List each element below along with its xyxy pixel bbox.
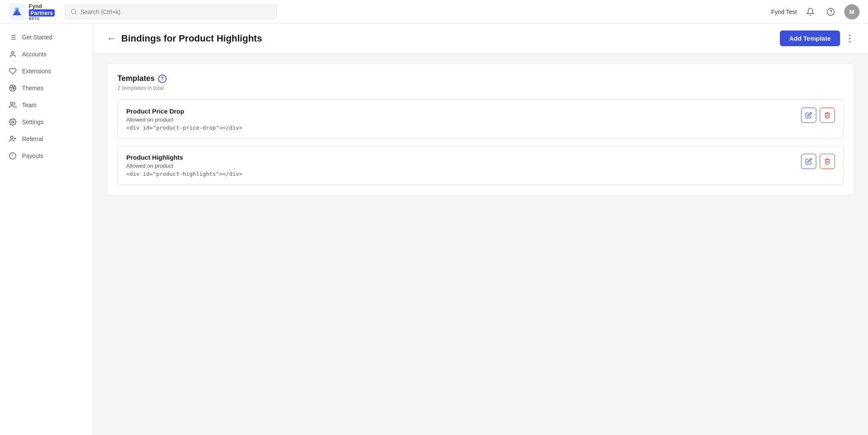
edit-template-button[interactable]: [801, 154, 816, 169]
svg-point-18: [11, 136, 13, 139]
header-right: Add Template ⋮: [780, 30, 854, 46]
content-area: ← Bindings for Product Highlights Add Te…: [93, 24, 868, 435]
edit-icon: [805, 112, 812, 119]
template-code: <div id="product-highlights"></div>: [126, 171, 242, 177]
settings-icon: [8, 118, 17, 126]
logo-area: Fynd Partners BETA: [8, 3, 55, 21]
help-button[interactable]: [824, 5, 837, 19]
bell-icon: [806, 8, 815, 16]
referral-icon: [8, 135, 17, 143]
svg-line-5: [75, 13, 76, 14]
user-name-label: Fynd Test: [771, 8, 797, 15]
nav-right: Fynd Test M: [771, 4, 860, 19]
templates-section: Templates ? 2 templates in total Product…: [107, 64, 854, 196]
section-header: Templates ?: [117, 74, 844, 83]
svg-point-16: [11, 102, 13, 105]
add-template-button[interactable]: Add Template: [780, 30, 840, 46]
sidebar: Get Started Accounts Extensions Themes: [0, 24, 93, 435]
template-allowed: Allowed on product: [126, 163, 242, 169]
sidebar-label-extensions: Extensions: [22, 68, 51, 75]
sidebar-label-settings: Settings: [22, 119, 44, 125]
help-circle-icon: [826, 8, 835, 16]
template-card: Product Price Drop Allowed on product <d…: [117, 100, 844, 139]
sidebar-label-get-started: Get Started: [22, 34, 53, 41]
logo-icon: [8, 3, 25, 20]
sidebar-label-payouts: Payouts: [22, 152, 44, 159]
template-name: Product Highlights: [126, 154, 242, 161]
template-info: Product Highlights Allowed on product <d…: [126, 154, 242, 177]
template-allowed: Allowed on product: [126, 116, 242, 123]
sidebar-item-get-started[interactable]: Get Started: [0, 29, 93, 46]
trash-icon: [824, 158, 831, 165]
sidebar-label-team: Team: [22, 102, 36, 108]
notifications-button[interactable]: [804, 5, 817, 19]
sidebar-item-team[interactable]: Team: [0, 97, 93, 114]
section-count: 2 templates in total: [117, 85, 844, 91]
search-input[interactable]: [81, 8, 271, 15]
template-code: <div id="product-price-drop"></div>: [126, 125, 242, 131]
sidebar-label-accounts: Accounts: [22, 51, 47, 58]
extensions-icon: [8, 67, 17, 75]
templates-help-icon[interactable]: ?: [158, 75, 167, 83]
search-icon: [70, 8, 77, 15]
sidebar-item-referral[interactable]: Referral: [0, 130, 93, 147]
team-icon: [8, 101, 17, 109]
header-left: ← Bindings for Product Highlights: [107, 33, 262, 44]
sidebar-item-extensions[interactable]: Extensions: [0, 63, 93, 80]
svg-rect-3: [15, 8, 19, 9]
svg-point-4: [71, 9, 76, 14]
main-layout: Get Started Accounts Extensions Themes: [0, 24, 868, 435]
avatar[interactable]: M: [844, 4, 860, 19]
template-name: Product Price Drop: [126, 108, 242, 115]
content-body: Templates ? 2 templates in total Product…: [93, 53, 868, 206]
more-options-button[interactable]: ⋮: [845, 33, 854, 44]
logo-partners-label: Partners: [29, 9, 55, 17]
edit-template-button[interactable]: [801, 108, 816, 123]
template-actions: [801, 154, 835, 169]
list-icon: [8, 33, 17, 42]
delete-template-button[interactable]: [820, 108, 835, 123]
logo-text: Fynd Partners BETA: [29, 3, 55, 21]
accounts-icon: [8, 50, 17, 58]
search-bar[interactable]: [65, 5, 277, 19]
trash-icon: [824, 112, 831, 119]
app-container: Fynd Partners BETA Fynd Test M: [0, 0, 868, 435]
section-title: Templates: [117, 74, 155, 83]
svg-point-14: [11, 51, 14, 54]
sidebar-label-referral: Referral: [22, 136, 43, 142]
sidebar-item-payouts[interactable]: Payouts: [0, 147, 93, 164]
template-actions: [801, 108, 835, 123]
top-nav: Fynd Partners BETA Fynd Test M: [0, 0, 868, 24]
back-button[interactable]: ←: [107, 33, 116, 44]
content-header: ← Bindings for Product Highlights Add Te…: [93, 24, 868, 53]
template-card: Product Highlights Allowed on product <d…: [117, 146, 844, 185]
sidebar-item-accounts[interactable]: Accounts: [0, 46, 93, 63]
sidebar-label-themes: Themes: [22, 85, 44, 91]
logo-beta-label: BETA: [29, 17, 55, 21]
themes-icon: [8, 84, 17, 92]
payouts-icon: [8, 152, 17, 160]
delete-template-button[interactable]: [820, 154, 835, 169]
logo-fund-label: Fynd: [29, 3, 55, 9]
sidebar-item-themes[interactable]: Themes: [0, 80, 93, 97]
page-title: Bindings for Product Highlights: [121, 33, 262, 44]
svg-point-17: [12, 121, 14, 123]
sidebar-item-settings[interactable]: Settings: [0, 114, 93, 130]
template-info: Product Price Drop Allowed on product <d…: [126, 108, 242, 131]
edit-icon: [805, 158, 812, 165]
